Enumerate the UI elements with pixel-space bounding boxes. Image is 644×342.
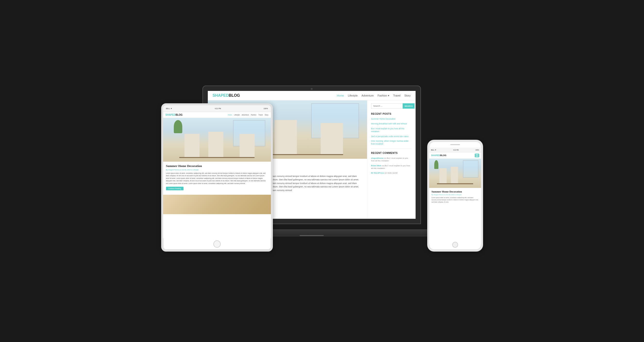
sidebar-divider [371,148,412,149]
tablet-article-title: Summer Home Decoration [166,164,268,168]
tablet-nav: Home Lifestyle Adventure Fashion Travel … [228,114,268,116]
phone-meta-category: Lifestyle [456,194,462,196]
nav-home[interactable]: Home [337,94,344,97]
phone-logo-blog: BLOG [440,154,446,156]
room-chair-3 [321,123,343,155]
phone-chair-2 [451,167,458,184]
hamburger-line-2 [476,155,478,156]
comment-1: shapedtheme on But I must explain to you… [371,157,412,162]
tablet-meta-date: Oct 08, 2015 [182,169,190,171]
recent-post-4[interactable]: Sed ut perspiciatis unde omnis iste natu… [371,135,412,138]
phone-room-plant [434,160,438,169]
tablet-meta-author: Shaped Theme [168,169,179,171]
phone-meta-author: Shaped Theme [434,194,444,196]
phone-home-button[interactable] [452,242,458,248]
phone-device: BELL ▼ 4:21 PM 100% SHAPEDBLOG [427,140,483,252]
tablet-nav-lifestyle[interactable]: Lifestyle [234,114,240,116]
phone-chair-1 [439,168,447,184]
tablet-hero-image [163,118,271,162]
phone-logo: SHAPEDBLOG [431,154,447,156]
tablet-article: Summer Home Decoration By Shaped Theme o… [163,162,271,193]
hamburger-line-3 [476,156,478,156]
phone-article: Summer Home Decoration By Shaped Theme o… [429,188,481,205]
phone-meta-on: on [444,194,446,196]
main-scene: SHAPEDBLOG Home Lifestyle Adventure Fash… [161,86,483,256]
phone-screen: BELL ▼ 4:21 PM 100% SHAPEDBLOG [429,147,481,244]
comment-3-text: on Hello world! [385,172,398,174]
phone-hero-image [429,159,481,188]
logo-blog: BLOG [229,93,240,97]
recent-posts-title: RECENT POSTS [371,113,412,115]
tablet-carrier: BELL ▼ [166,108,172,109]
nav-fashion[interactable]: Fashion [378,94,389,97]
room-chair-2 [274,120,297,155]
phone-article-text: Lorem ipsum dolor sit amet, consetetur s… [432,197,479,203]
nav-story[interactable]: Story [404,94,411,97]
tablet-room-plant [174,120,182,133]
phone-article-meta: By Shaped Theme on Oct 08, 2015 in Lifes… [432,194,479,196]
comment-2-author: Rubel Miah [371,164,382,167]
tablet-meta-category: Lifestyle [193,169,198,171]
tablet-screen: SHAPEDBLOG Home Lifestyle Adventure Fash… [163,112,271,238]
tablet-nav-travel[interactable]: Travel [258,114,263,116]
phone-meta-in: in [455,194,456,196]
tablet-meta-date-prefix: on [180,169,181,171]
tablet-article-text: Lorem ipsum dolor sit amet, consetetur s… [166,172,268,185]
tablet-home-button[interactable] [213,240,221,248]
tablet-meta-cat-prefix: in [191,169,192,171]
recent-post-2[interactable]: Morning Breakfast with Milk and Wheat [371,122,412,125]
comment-3: Mr WordPress on Hello world! [371,172,412,174]
phone-header: SHAPEDBLOG [429,152,481,159]
tablet-battery: 100% [264,108,268,109]
phone-status-bar: BELL ▼ 4:21 PM 100% [429,147,481,152]
phone-logo-shaped: SHAPED [431,154,440,156]
phone-menu-button[interactable] [475,154,479,157]
tablet-chair-2 [208,132,223,158]
phone-time: 4:21 PM [453,149,458,151]
tablet-logo: SHAPEDBLOG [166,113,183,116]
tablet-body: BELL ▼ 4:21 PM 100% SHAPEDBLOG Home Life… [161,103,273,252]
tablet-second-hero [163,195,271,214]
tablet-read-more-button[interactable]: Continue Reading [166,187,184,190]
laptop-sidebar: SEARCH RECENT POSTS Summer Home Decorati… [367,100,416,219]
tablet-device: BELL ▼ 4:21 PM 100% SHAPEDBLOG Home Life… [161,103,273,252]
tablet-nav-home[interactable]: Home [228,114,232,116]
nav-lifestyle[interactable]: Lifestyle [348,94,358,97]
comment-1-author: shapedtheme [371,157,384,159]
recent-post-3[interactable]: But I must explain to you how all this m… [371,127,412,133]
phone-meta-by: By [432,194,433,196]
tablet-nav-story[interactable]: Story [264,114,268,116]
phone-room-scene [429,159,481,188]
laptop-hinge [300,235,324,236]
laptop-nav: Home Lifestyle Adventure Fashion Travel … [337,94,411,97]
tablet-nav-fashion[interactable]: Fashion [251,114,256,116]
sidebar-search-button[interactable]: SEARCH [403,103,415,109]
tablet-article-meta: By Shaped Theme on Oct 08, 2015 in Lifes… [166,169,268,171]
phone-room-window [463,160,478,178]
tablet-time: 4:21 PM [214,108,221,109]
logo-shaped: SHAPED [213,93,229,97]
nav-adventure[interactable]: Adventure [362,94,374,97]
phone-speaker [450,144,460,145]
tablet-room-table [179,157,255,158]
phone-body: BELL ▼ 4:21 PM 100% SHAPEDBLOG [427,140,483,252]
recent-post-5[interactable]: One morning, when Gregor Samsa woke from… [371,140,412,146]
tablet-logo-blog: BLOG [176,113,182,116]
laptop-camera [311,88,313,90]
phone-battery: 100% [475,149,479,151]
phone-meta-date: Oct 08, 2015 [446,194,454,196]
recent-comments-title: RECENT COMMENTS [371,152,412,154]
nav-travel[interactable]: Travel [393,94,400,97]
tablet-header: SHAPEDBLOG Home Lifestyle Adventure Fash… [163,112,271,118]
hamburger-line-1 [476,154,478,155]
phone-carrier: BELL ▼ [431,149,436,151]
laptop-header: SHAPEDBLOG Home Lifestyle Adventure Fash… [208,91,416,100]
recent-post-1[interactable]: Summer Home Decoration [371,118,412,121]
phone-room-table [437,183,473,184]
phone-article-title: Summer Home Decoration [432,190,479,193]
tablet-room-scene [163,118,271,162]
sidebar-search-input[interactable] [371,103,403,109]
tablet-status-bar: BELL ▼ 4:21 PM 100% [163,105,271,112]
tablet-nav-adventure[interactable]: Adventure [242,114,249,116]
tablet-logo-shaped: SHAPED [166,113,176,116]
